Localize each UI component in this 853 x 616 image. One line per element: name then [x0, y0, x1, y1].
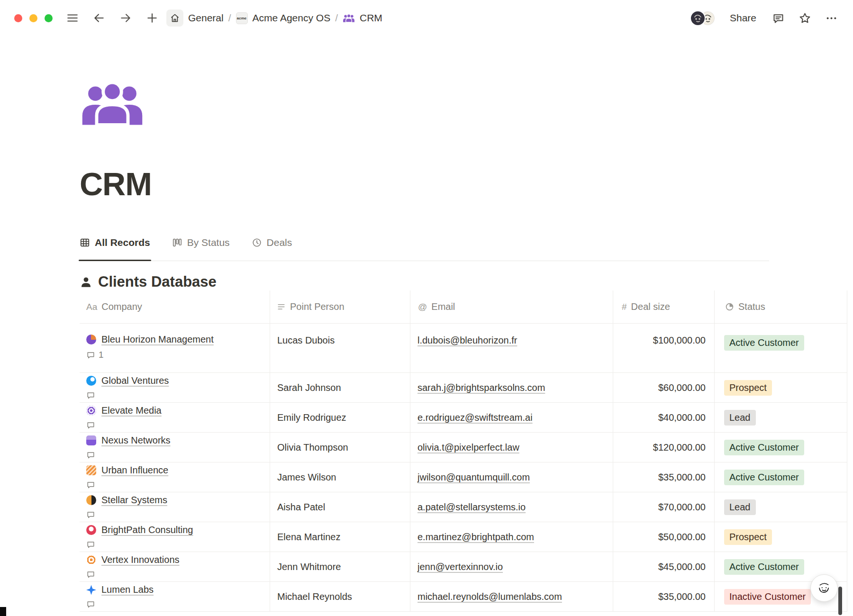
- minimize-window-button[interactable]: [29, 14, 37, 22]
- comment-indicator[interactable]: 1: [86, 350, 104, 360]
- maximize-window-button[interactable]: [45, 14, 53, 22]
- status-cell[interactable]: Lead: [715, 492, 847, 522]
- column-header-email[interactable]: @ Email: [410, 290, 613, 323]
- email-cell[interactable]: olivia.t@pixelperfect.law: [410, 433, 613, 462]
- table-row[interactable]: Urban Influence James Wilson jwilson@qua…: [80, 462, 847, 492]
- sidebar-menu-icon[interactable]: [65, 10, 80, 26]
- company-page-link[interactable]: Urban Influence: [101, 465, 168, 476]
- column-header-company[interactable]: Aa Company: [80, 290, 270, 323]
- company-cell: Vertex Innovations: [80, 552, 270, 581]
- column-header-point-person[interactable]: Point Person: [270, 290, 410, 323]
- favorite-star-icon[interactable]: [797, 10, 812, 26]
- comments-icon[interactable]: [771, 10, 786, 26]
- point-person-cell[interactable]: Olivia Thompson: [270, 433, 410, 462]
- status-cell[interactable]: Active Customer: [715, 462, 847, 492]
- tab-deals[interactable]: Deals: [252, 237, 292, 261]
- email-link[interactable]: sarah.j@brightsparksolns.com: [417, 382, 545, 393]
- comment-indicator[interactable]: [86, 480, 99, 489]
- collaborator-avatars[interactable]: [690, 10, 716, 26]
- forward-arrow-icon[interactable]: [118, 10, 133, 26]
- status-cell[interactable]: Prospect: [715, 522, 847, 552]
- email-cell[interactable]: l.dubois@bleuhorizon.fr: [410, 324, 613, 372]
- email-cell[interactable]: jenn@vertexinnov.io: [410, 552, 613, 581]
- deal-size-cell[interactable]: $70,000.00: [613, 492, 715, 522]
- status-cell[interactable]: Prospect: [715, 373, 847, 402]
- deal-size-cell[interactable]: $40,000.00: [613, 403, 715, 432]
- table-row[interactable]: Elevate Media Emily Rodriguez e.rodrigue…: [80, 403, 847, 433]
- table-row[interactable]: Stellar Systems Aisha Patel a.patel@stel…: [80, 492, 847, 522]
- status-cell[interactable]: Lead: [715, 403, 847, 432]
- point-person-cell[interactable]: Emily Rodriguez: [270, 403, 410, 432]
- breadcrumb-item-crm[interactable]: CRM: [360, 12, 382, 24]
- point-person-cell[interactable]: Aisha Patel: [270, 492, 410, 522]
- status-cell[interactable]: Active Customer: [715, 433, 847, 462]
- company-page-link[interactable]: Vertex Innovations: [101, 554, 180, 565]
- email-cell[interactable]: a.patel@stellarsystems.io: [410, 492, 613, 522]
- status-cell[interactable]: Active Customer: [715, 324, 847, 372]
- table-row[interactable]: Lumen Labs Michael Reynolds michael.reyn…: [80, 582, 847, 612]
- company-page-link[interactable]: Nexus Networks: [101, 435, 171, 446]
- email-cell[interactable]: sarah.j@brightsparksolns.com: [410, 373, 613, 402]
- company-page-link[interactable]: Global Ventures: [101, 375, 169, 386]
- comment-indicator[interactable]: [86, 570, 99, 579]
- point-person-cell[interactable]: Michael Reynolds: [270, 582, 410, 611]
- more-options-icon[interactable]: [824, 10, 839, 26]
- ai-assistant-button[interactable]: [810, 574, 838, 602]
- deal-size-cell[interactable]: $50,000.00: [613, 522, 715, 552]
- column-header-deal-size[interactable]: # Deal size: [613, 290, 715, 323]
- company-page-link[interactable]: BrightPath Consulting: [101, 525, 193, 535]
- home-icon[interactable]: [166, 9, 183, 27]
- email-cell[interactable]: e.martinez@brightpath.com: [410, 522, 613, 552]
- email-link[interactable]: michael.reynolds@lumenlabs.com: [417, 591, 562, 602]
- comment-indicator[interactable]: [86, 540, 99, 549]
- comment-indicator[interactable]: [86, 421, 99, 430]
- point-person-cell[interactable]: Jenn Whitmore: [270, 552, 410, 581]
- close-window-button[interactable]: [14, 14, 22, 22]
- page-icon-people-group[interactable]: [80, 81, 145, 127]
- email-link[interactable]: l.dubois@bleuhorizon.fr: [417, 335, 517, 346]
- table-row[interactable]: Vertex Innovations Jenn Whitmore jenn@ve…: [80, 552, 847, 582]
- table-row[interactable]: Global Ventures Sarah Johnson sarah.j@br…: [80, 373, 847, 403]
- column-header-status[interactable]: Status: [715, 290, 847, 323]
- comment-indicator[interactable]: [86, 391, 99, 400]
- email-link[interactable]: jenn@vertexinnov.io: [417, 562, 503, 572]
- email-cell[interactable]: michael.reynolds@lumenlabs.com: [410, 582, 613, 611]
- email-link[interactable]: e.martinez@brightpath.com: [417, 532, 534, 543]
- deal-size-cell[interactable]: $120,000.00: [613, 433, 715, 462]
- scrollbar-thumb[interactable]: [838, 587, 842, 615]
- breadcrumb-item-workspace[interactable]: Acme Agency OS: [253, 12, 331, 24]
- avatar[interactable]: [690, 10, 706, 26]
- company-page-link[interactable]: Bleu Horizon Management: [101, 334, 214, 345]
- back-arrow-icon[interactable]: [91, 10, 107, 26]
- table-row[interactable]: Nexus Networks Olivia Thompson olivia.t@…: [80, 433, 847, 462]
- comment-indicator[interactable]: [86, 600, 99, 609]
- company-page-link[interactable]: Stellar Systems: [101, 495, 167, 506]
- breadcrumb-item-general[interactable]: General: [188, 12, 224, 24]
- table-row[interactable]: Bleu Horizon Management 1 Lucas Dubois l…: [80, 324, 847, 373]
- tab-all-records[interactable]: All Records: [80, 237, 150, 261]
- point-person-cell[interactable]: James Wilson: [270, 462, 410, 492]
- deal-size-cell[interactable]: $45,000.00: [613, 552, 715, 581]
- email-cell[interactable]: e.rodriguez@swiftstream.ai: [410, 403, 613, 432]
- new-page-icon[interactable]: [145, 10, 160, 26]
- company-page-link[interactable]: Elevate Media: [101, 405, 162, 416]
- deal-size-cell[interactable]: $100,000.00: [613, 324, 715, 372]
- comment-indicator[interactable]: [86, 451, 99, 460]
- point-person-cell[interactable]: Sarah Johnson: [270, 373, 410, 402]
- pie-chart-icon: [86, 335, 96, 344]
- deal-size-cell[interactable]: $35,000.00: [613, 462, 715, 492]
- email-link[interactable]: e.rodriguez@swiftstream.ai: [417, 412, 533, 423]
- email-cell[interactable]: jwilson@quantumquill.com: [410, 462, 613, 492]
- email-link[interactable]: olivia.t@pixelperfect.law: [417, 442, 519, 453]
- company-page-link[interactable]: Lumen Labs: [101, 584, 154, 595]
- comment-indicator[interactable]: [86, 510, 99, 519]
- tab-by-status[interactable]: By Status: [172, 237, 230, 261]
- point-person-cell[interactable]: Lucas Dubois: [270, 324, 410, 372]
- email-link[interactable]: a.patel@stellarsystems.io: [417, 502, 526, 513]
- share-button[interactable]: Share: [727, 10, 759, 26]
- point-person-cell[interactable]: Elena Martinez: [270, 522, 410, 552]
- deal-size-cell[interactable]: $60,000.00: [613, 373, 715, 402]
- table-row[interactable]: BrightPath Consulting Elena Martinez e.m…: [80, 522, 847, 552]
- deal-size-cell[interactable]: $35,000.00: [613, 582, 715, 611]
- email-link[interactable]: jwilson@quantumquill.com: [417, 472, 530, 483]
